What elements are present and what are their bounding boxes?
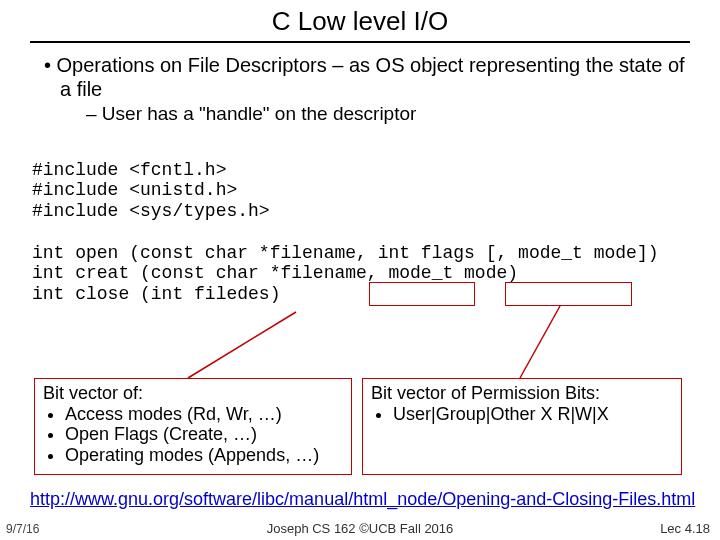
footer-attribution: Joseph CS 162 ©UCB Fall 2016 [0,521,720,536]
code-line: #include <unistd.h> [32,180,237,200]
callout-box-flags: Bit vector of: Access modes (Rd, Wr, …) … [34,378,352,475]
svg-line-0 [188,312,296,378]
code-line: #include <fcntl.h> [32,160,226,180]
box-item: User|Group|Other X R|W|X [393,404,673,425]
callout-rect-mode [505,282,632,306]
bullet-list: • Operations on File Descriptors – as OS… [44,53,690,126]
title-rule [30,41,690,43]
slide-title: C Low level I/O [0,0,720,41]
box-item: Open Flags (Create, …) [65,424,343,445]
box-item: Access modes (Rd, Wr, …) [65,404,343,425]
svg-line-1 [520,306,560,378]
reference-link[interactable]: http://www.gnu.org/software/libc/manual/… [30,490,700,509]
callout-rect-flags [369,282,475,306]
callout-box-mode: Bit vector of Permission Bits: User|Grou… [362,378,682,475]
code-line: int close (int filedes) [32,284,280,304]
box-item: Operating modes (Appends, …) [65,445,343,466]
code-line: int open (const char *filename, int flag… [32,243,659,263]
callout-boxes: Bit vector of: Access modes (Rd, Wr, …) … [34,378,682,475]
box-header: Bit vector of Permission Bits: [371,383,673,404]
bullet-level2: – User has a "handle" on the descriptor [86,103,690,126]
code-line: #include <sys/types.h> [32,201,270,221]
footer-page: Lec 4.18 [660,521,710,536]
code-line: int creat (const char *filename, mode_t … [32,263,518,283]
box-header: Bit vector of: [43,383,343,404]
bullet-level1: • Operations on File Descriptors – as OS… [44,53,690,101]
